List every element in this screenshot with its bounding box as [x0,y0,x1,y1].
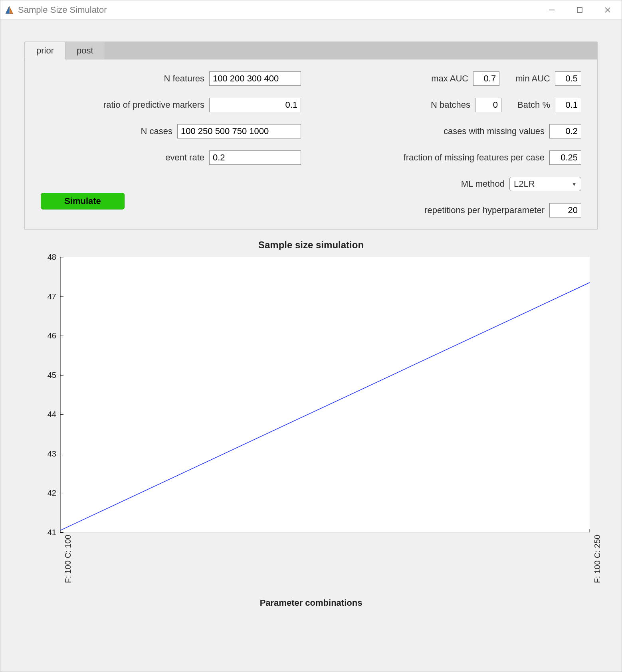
event-rate-input[interactable] [209,150,301,165]
ratio-markers-label: ratio of predictive markers [103,100,204,110]
n-batches-label: N batches [431,100,470,110]
ratio-markers-input[interactable] [209,98,301,112]
max-auc-label: max AUC [431,73,468,84]
chart-ytick: 46 [36,331,56,340]
tab-post[interactable]: post [65,42,105,59]
close-button[interactable] [594,0,622,20]
chart-ytick: 47 [36,292,56,301]
minimize-button[interactable] [538,0,566,20]
n-batches-input[interactable] [475,98,501,112]
batch-pct-input[interactable] [555,98,581,112]
ml-method-select[interactable]: L2LR ▼ [509,177,581,191]
maximize-button[interactable] [566,0,594,20]
svg-marker-1 [6,6,9,14]
event-rate-label: event rate [165,152,204,163]
simulate-button[interactable]: Simulate [41,193,125,210]
svg-rect-3 [577,8,582,12]
chart-ytick: 43 [36,449,56,458]
chart-ytick: 48 [36,253,56,262]
min-auc-label: min AUC [515,73,550,84]
ml-method-value: L2LR [514,179,535,189]
app-window: Sample Size Simulator prior post [0,0,622,672]
n-features-input[interactable] [209,71,301,86]
chart-xlabel: Parameter combinations [24,598,598,608]
n-features-label: N features [164,73,205,84]
chart-plot-area: Balanced Accuracy 4142434445464748F: 100… [24,253,598,596]
cases-missing-label: cases with missing values [444,126,545,136]
chart-xtick: F: 100 C: 250 [593,535,622,583]
chart-ytick: 42 [36,488,56,498]
tab-label: prior [36,45,54,56]
simulate-button-label: Simulate [64,196,101,206]
n-cases-input[interactable] [177,124,301,138]
chart-panel: Sample size simulation Balanced Accuracy… [24,239,598,664]
app-icon [4,5,14,15]
reps-label: repetitions per hyperparameter [424,205,545,215]
tab-prior[interactable]: prior [25,42,65,59]
chart-ytick: 41 [36,528,56,537]
cases-missing-input[interactable] [549,124,581,138]
settings-panel: prior post N features ratio of predictiv… [24,42,598,230]
chart-ytick: 45 [36,370,56,379]
chart-xtick: F: 100 C: 100 [63,535,125,583]
tab-label: post [77,45,93,56]
window-title: Sample Size Simulator [18,5,107,15]
chevron-down-icon: ▼ [571,181,577,187]
min-auc-input[interactable] [555,71,581,86]
batch-pct-label: Batch % [517,100,550,110]
frac-missing-input[interactable] [549,150,581,165]
n-cases-label: N cases [141,126,172,136]
max-auc-input[interactable] [473,71,499,86]
ml-method-label: ML method [461,179,505,189]
frac-missing-label: fraction of missing features per case [404,152,545,163]
tabstrip: prior post [25,42,597,59]
titlebar: Sample Size Simulator [0,0,622,20]
chart-ytick: 44 [36,410,56,419]
chart-title: Sample size simulation [24,239,598,251]
reps-input[interactable] [549,203,581,217]
